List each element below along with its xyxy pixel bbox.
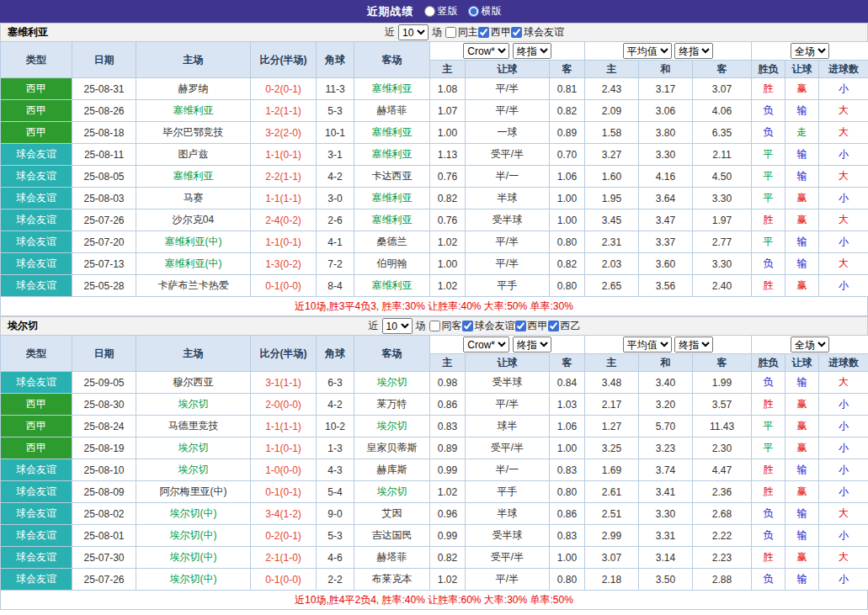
match-date: 25-08-11: [72, 144, 136, 166]
avg-home-odds: 1.69: [585, 459, 639, 481]
goals-result: 大: [819, 166, 868, 188]
league-badge: 球会友谊: [1, 188, 72, 209]
handicap-result: 赢: [785, 78, 819, 100]
avg-home-odds: 1.60: [585, 166, 639, 188]
bookmaker-select[interactable]: Crow*: [463, 43, 509, 59]
match-score: 3-4(1-2): [251, 503, 317, 525]
recent-results-page: 近期战绩 竖版 横版 塞维利亚 近 10 场 同主西甲球会友谊: [0, 0, 868, 610]
league-badge: 西甲: [1, 78, 72, 100]
filter-checkbox[interactable]: [515, 321, 526, 331]
filter-option[interactable]: 西甲: [478, 25, 511, 40]
away-team: 卡达西亚: [354, 166, 430, 188]
filter-suffix: 场: [432, 25, 442, 40]
avg-home-odds: 2.17: [585, 394, 639, 416]
away-team: 艾因: [354, 503, 430, 525]
layout-vertical-option[interactable]: 竖版: [424, 4, 458, 19]
handicap-result: 赢: [785, 437, 819, 459]
home-team: 塞维利亚: [136, 100, 251, 122]
scope-select[interactable]: 全场: [791, 43, 829, 59]
away-team: 赫库斯: [354, 459, 430, 481]
match-count-select[interactable]: 10: [398, 24, 429, 40]
match-row: 球会友谊25-09-05穆尔西亚3-1(1-1)6-3埃尔切0.98受半球0.8…: [1, 372, 868, 394]
avg-draw-odds: 3.74: [639, 459, 693, 481]
scope-select[interactable]: 全场: [791, 337, 829, 353]
league-badge: 西甲: [1, 416, 72, 437]
match-row: 球会友谊25-08-05塞维利亚2-2(1-1)4-2卡达西亚0.76半/一1.…: [1, 166, 868, 188]
col-home: 主场: [136, 42, 251, 78]
odds-stage-select[interactable]: 终指: [513, 43, 551, 59]
away-team: 塞维利亚: [354, 188, 430, 209]
win-loss-result: 平: [752, 437, 785, 459]
home-team: 塞维利亚(中): [136, 231, 251, 253]
match-score: 3-1(1-1): [251, 372, 317, 394]
goals-result: 小: [819, 231, 868, 253]
league-badge: 西甲: [1, 100, 72, 122]
match-date: 25-08-24: [72, 416, 136, 437]
filter-checkbox[interactable]: [511, 27, 522, 38]
goals-result: 小: [819, 416, 868, 437]
filter-option[interactable]: 西乙: [548, 319, 581, 333]
col-avg-home: 主: [585, 354, 639, 372]
filter-option[interactable]: 西甲: [515, 319, 548, 333]
filter-checkbox[interactable]: [478, 27, 489, 38]
avg-away-odds: 3.30: [693, 188, 752, 209]
section-header: 塞维利亚 近 10 场 同主西甲球会友谊: [0, 23, 868, 41]
league-badge: 球会友谊: [1, 231, 72, 253]
match-date: 25-08-26: [72, 100, 136, 122]
match-count-select[interactable]: 10: [382, 318, 413, 334]
filter-checkbox-label: 西乙: [561, 319, 581, 333]
avg-home-odds: 2.03: [585, 253, 639, 275]
win-loss-result: 平: [752, 188, 785, 209]
filter-checkbox[interactable]: [462, 321, 473, 331]
match-date: 25-07-20: [72, 231, 136, 253]
goals-result: 小: [819, 569, 868, 591]
league-badge: 球会友谊: [1, 275, 72, 297]
match-date: 25-08-18: [72, 122, 136, 144]
asian-handicap: 受半球: [466, 209, 550, 231]
asian-home-odds: 0.89: [430, 437, 466, 459]
asian-away-odds: 0.84: [550, 372, 585, 394]
avg-away-odds: 6.35: [693, 122, 752, 144]
filter-checkbox[interactable]: [445, 27, 456, 38]
corners-score: 1-3: [317, 437, 354, 459]
col-handicap-result: 让球: [785, 354, 819, 372]
filter-checkbox[interactable]: [548, 321, 559, 331]
avg-away-odds: 11.43: [693, 416, 752, 437]
filter-prefix: 近: [369, 319, 379, 333]
layout-horizontal-radio[interactable]: [468, 6, 479, 17]
match-score: 1-2(1-1): [251, 100, 317, 122]
layout-horizontal-option[interactable]: 横版: [468, 4, 502, 19]
filter-checkbox[interactable]: [429, 321, 440, 331]
avg-away-odds: 2.23: [693, 547, 752, 569]
asian-home-odds: 0.86: [430, 394, 466, 416]
corners-score: 3-1: [317, 144, 354, 166]
asian-home-odds: 1.00: [430, 122, 466, 144]
corners-score: 4-6: [317, 547, 354, 569]
layout-vertical-label: 竖版: [438, 4, 458, 19]
bookmaker-select[interactable]: Crow*: [463, 337, 509, 353]
odds-stage-select[interactable]: 终指: [513, 337, 551, 353]
col-corners: 角球: [317, 336, 354, 372]
match-row: 球会友谊25-07-26埃尔切(中)0-1(0-0)2-2布莱克本1.02平/半…: [1, 569, 868, 591]
filter-option[interactable]: 同客: [429, 319, 462, 333]
asian-away-odds: 0.80: [550, 231, 585, 253]
average-select[interactable]: 平均值: [623, 43, 672, 59]
asian-handicap: 受平/半: [466, 144, 550, 166]
filter-option[interactable]: 同主: [445, 25, 478, 40]
filter-option[interactable]: 球会友谊: [511, 25, 564, 40]
match-row: 球会友谊25-07-30埃尔切(中)2-1(1-0)4-6赫塔菲0.82受平/半…: [1, 547, 868, 569]
match-row: 球会友谊25-08-03马赛1-1(1-1)3-0塞维利亚0.82半球1.001…: [1, 188, 868, 209]
handicap-result: 输: [785, 166, 819, 188]
layout-vertical-radio[interactable]: [424, 6, 435, 17]
corners-score: 10-2: [317, 416, 354, 437]
goals-result: 小: [819, 275, 868, 297]
average-stage-select[interactable]: 终指: [674, 337, 713, 353]
average-select[interactable]: 平均值: [623, 337, 672, 353]
home-team: 埃尔切(中): [136, 525, 251, 547]
avg-away-odds: 2.77: [693, 231, 752, 253]
avg-away-odds: 4.50: [693, 166, 752, 188]
corners-score: 3-0: [317, 188, 354, 209]
match-row: 球会友谊25-05-28卡萨布兰卡热爱0-1(0-0)8-4塞维利亚1.02平手…: [1, 275, 868, 297]
average-stage-select[interactable]: 终指: [674, 43, 713, 59]
filter-option[interactable]: 球会友谊: [462, 319, 515, 333]
